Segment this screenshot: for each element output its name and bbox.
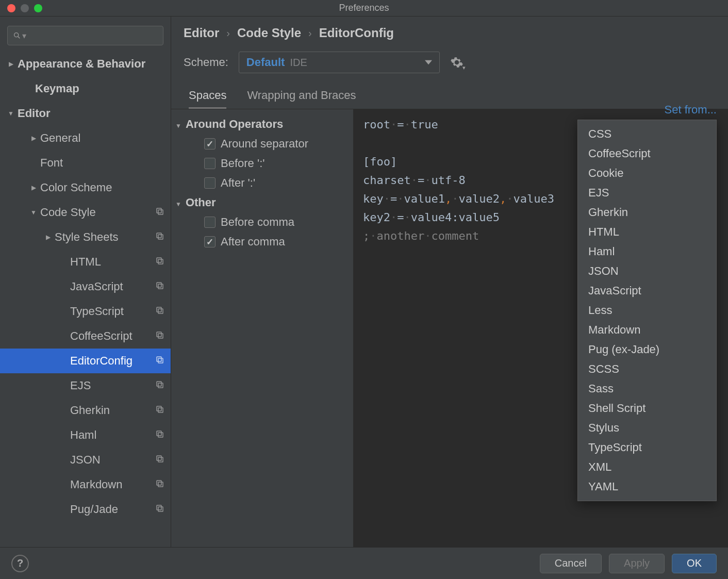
chevron-down-icon[interactable] xyxy=(7,110,14,117)
copy-settings-icon[interactable] xyxy=(155,478,164,491)
option-around-separator[interactable]: Around separator xyxy=(171,134,353,154)
svg-rect-15 xyxy=(157,357,161,361)
cancel-button[interactable]: Cancel xyxy=(540,554,602,573)
scheme-badge: IDE xyxy=(290,57,307,69)
copy-settings-icon[interactable] xyxy=(155,329,164,343)
sidebar-item-editor[interactable]: Editor xyxy=(0,101,171,126)
sidebar-item-json[interactable]: JSON xyxy=(0,448,171,472)
popup-item-typescript[interactable]: TypeScript xyxy=(578,438,716,457)
tab-wrapping-and-braces[interactable]: Wrapping and Braces xyxy=(247,89,356,109)
chevron-right-icon[interactable] xyxy=(7,60,14,68)
copy-settings-icon[interactable] xyxy=(155,428,164,442)
sidebar-item-color-scheme[interactable]: Color Scheme xyxy=(0,175,171,200)
sidebar-item-appearance-behavior[interactable]: Appearance & Behavior xyxy=(0,52,171,76)
popup-item-coffeescript[interactable]: CoffeeScript xyxy=(578,144,716,163)
copy-settings-icon[interactable] xyxy=(155,453,164,467)
option-after-comma[interactable]: After comma xyxy=(171,232,353,252)
popup-item-markdown[interactable]: Markdown xyxy=(578,320,716,340)
popup-item-cookie[interactable]: Cookie xyxy=(578,163,716,183)
scheme-select[interactable]: Default IDE xyxy=(239,52,440,73)
svg-rect-19 xyxy=(157,406,161,411)
checkbox[interactable] xyxy=(204,158,216,169)
svg-rect-7 xyxy=(157,258,161,262)
copy-settings-icon[interactable] xyxy=(155,206,164,219)
copy-settings-icon[interactable] xyxy=(155,255,164,269)
breadcrumb-part: EditorConfig xyxy=(319,26,394,40)
popup-item-haml[interactable]: Haml xyxy=(578,242,716,261)
sidebar: ▾ Appearance & BehaviorKeymapEditorGener… xyxy=(0,16,171,547)
checkbox[interactable] xyxy=(204,177,216,189)
ok-button[interactable]: OK xyxy=(672,554,717,573)
sidebar-item-ejs[interactable]: EJS xyxy=(0,373,171,398)
settings-tree[interactable]: Appearance & BehaviorKeymapEditorGeneral… xyxy=(0,52,171,547)
set-from-link[interactable]: Set from... xyxy=(665,103,717,117)
option-after-[interactable]: After ':' xyxy=(171,173,353,193)
popup-item-less[interactable]: Less xyxy=(578,301,716,320)
copy-settings-icon[interactable] xyxy=(155,305,164,318)
sidebar-item-html[interactable]: HTML xyxy=(0,250,171,274)
checkbox[interactable] xyxy=(204,236,216,247)
search-input[interactable]: ▾ xyxy=(7,26,163,45)
sidebar-item-font[interactable]: Font xyxy=(0,151,171,175)
popup-item-gherkin[interactable]: Gherkin xyxy=(578,203,716,222)
popup-item-json[interactable]: JSON xyxy=(578,261,716,281)
sidebar-item-markdown[interactable]: Markdown xyxy=(0,472,171,497)
chevron-right-icon[interactable] xyxy=(30,184,37,191)
set-from-popup[interactable]: CSSCoffeeScriptCookieEJSGherkinHTMLHamlJ… xyxy=(577,120,717,501)
sidebar-item-label: Appearance & Behavior xyxy=(18,57,164,71)
popup-item-pug-ex-jade-[interactable]: Pug (ex-Jade) xyxy=(578,340,716,359)
chevron-down-icon[interactable] xyxy=(30,209,37,216)
svg-rect-14 xyxy=(158,358,163,363)
option-before-[interactable]: Before ':' xyxy=(171,154,353,173)
settings-group-header[interactable]: Other xyxy=(171,193,353,212)
popup-item-shell-script[interactable]: Shell Script xyxy=(578,399,716,418)
apply-button[interactable]: Apply xyxy=(609,554,665,573)
sidebar-item-code-style[interactable]: Code Style xyxy=(0,200,171,225)
popup-item-css[interactable]: CSS xyxy=(578,124,716,144)
settings-group-header[interactable]: Around Operators xyxy=(171,114,353,134)
chevron-right-icon[interactable] xyxy=(44,234,52,241)
sidebar-item-coffeescript[interactable]: CoffeeScript xyxy=(0,324,171,349)
sidebar-item-label: TypeScript xyxy=(70,305,155,318)
sidebar-item-style-sheets[interactable]: Style Sheets xyxy=(0,225,171,250)
popup-item-javascript[interactable]: JavaScript xyxy=(578,281,716,301)
copy-settings-icon[interactable] xyxy=(155,404,164,417)
popup-item-scss[interactable]: SCSS xyxy=(578,359,716,379)
sidebar-item-editorconfig[interactable]: EditorConfig xyxy=(0,349,171,373)
sidebar-item-typescript[interactable]: TypeScript xyxy=(0,299,171,324)
chevron-down-icon xyxy=(425,56,432,69)
breadcrumb-part: Editor xyxy=(184,26,219,40)
sidebar-item-label: Pug/Jade xyxy=(70,503,155,516)
popup-item-stylus[interactable]: Stylus xyxy=(578,418,716,438)
sidebar-item-javascript[interactable]: JavaScript xyxy=(0,274,171,299)
tab-spaces[interactable]: Spaces xyxy=(189,89,226,109)
copy-settings-icon[interactable] xyxy=(155,379,164,392)
copy-settings-icon[interactable] xyxy=(155,230,164,244)
popup-item-xml[interactable]: XML xyxy=(578,457,716,477)
option-label: Before ':' xyxy=(221,157,264,170)
chevron-right-icon[interactable] xyxy=(30,135,37,142)
sidebar-item-haml[interactable]: Haml xyxy=(0,423,171,448)
popup-item-yaml[interactable]: YAML xyxy=(578,477,716,497)
checkbox[interactable] xyxy=(204,138,216,150)
sidebar-item-pug-jade[interactable]: Pug/Jade xyxy=(0,497,171,522)
option-label: After ':' xyxy=(221,176,255,190)
sidebar-item-keymap[interactable]: Keymap xyxy=(0,76,171,101)
sidebar-item-label: HTML xyxy=(70,255,155,269)
checkbox[interactable] xyxy=(204,217,216,228)
copy-settings-icon[interactable] xyxy=(155,354,164,368)
copy-settings-icon[interactable] xyxy=(155,503,164,516)
popup-item-html[interactable]: HTML xyxy=(578,222,716,242)
option-label: Around separator xyxy=(221,137,308,151)
sidebar-item-label: Editor xyxy=(18,107,164,120)
gear-icon[interactable]: ▾ xyxy=(450,56,464,69)
copy-settings-icon[interactable] xyxy=(155,280,164,293)
sidebar-item-general[interactable]: General xyxy=(0,126,171,151)
help-button[interactable]: ? xyxy=(11,555,29,572)
popup-item-sass[interactable]: Sass xyxy=(578,379,716,399)
option-before-comma[interactable]: Before comma xyxy=(171,212,353,232)
sidebar-item-gherkin[interactable]: Gherkin xyxy=(0,398,171,423)
popup-item-ejs[interactable]: EJS xyxy=(578,183,716,203)
svg-rect-26 xyxy=(158,507,163,511)
settings-column: Around OperatorsAround separatorBefore '… xyxy=(171,109,354,547)
